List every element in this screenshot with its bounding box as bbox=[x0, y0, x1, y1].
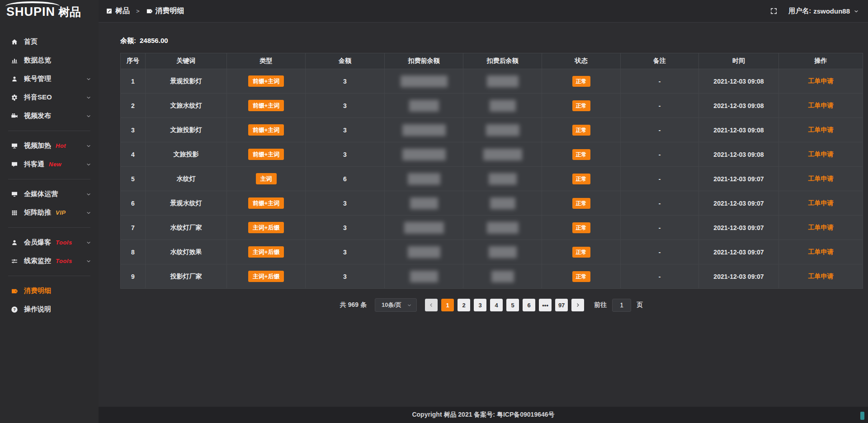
cell-amount: 3 bbox=[306, 94, 385, 118]
masked-value bbox=[402, 124, 446, 136]
video-icon bbox=[11, 113, 18, 120]
sidebar-item-video-publish[interactable]: 视频发布 bbox=[0, 107, 99, 125]
page-button-4[interactable]: 4 bbox=[490, 299, 503, 311]
sidebar-item-label: 账号管理 bbox=[24, 75, 51, 83]
sidebar-item-media-operation[interactable]: 全媒体运营 bbox=[0, 185, 99, 203]
cell-status: 正常 bbox=[542, 142, 621, 167]
action-link[interactable]: 工单申请 bbox=[808, 199, 834, 207]
sidebar-item-label: 会员爆客 bbox=[24, 238, 51, 247]
sidebar-item-label: 数据总览 bbox=[24, 56, 51, 65]
cell-type: 主词+后缀 bbox=[227, 264, 306, 289]
cell-balance_before bbox=[385, 191, 463, 216]
table-row: 3文旅投影灯前缀+主词3正常-2021-12-03 09:08工单申请 bbox=[121, 118, 863, 142]
cell-type: 前缀+主词 bbox=[227, 94, 306, 118]
chevron-down-icon bbox=[86, 192, 91, 197]
type-badge: 前缀+主词 bbox=[248, 197, 284, 209]
type-badge: 主词+后缀 bbox=[248, 246, 284, 258]
page-button-97[interactable]: 97 bbox=[555, 299, 568, 311]
breadcrumb-item-current[interactable]: 消费明细 bbox=[146, 6, 184, 16]
sidebar-item-home[interactable]: 首页 bbox=[0, 33, 99, 51]
masked-value bbox=[489, 173, 517, 185]
cell-note: - bbox=[621, 118, 699, 142]
column-header-action: 操作 bbox=[779, 53, 863, 69]
cell-type: 前缀+主词 bbox=[227, 118, 306, 142]
cell-action: 工单申请 bbox=[779, 142, 863, 167]
table-row: 4文旅投影前缀+主词3正常-2021-12-03 09:08工单申请 bbox=[121, 142, 863, 167]
action-link[interactable]: 工单申请 bbox=[808, 77, 834, 85]
type-badge: 主词 bbox=[256, 173, 277, 184]
cell-keyword: 文旅投影灯 bbox=[146, 118, 227, 142]
masked-value bbox=[409, 100, 439, 112]
status-badge: 正常 bbox=[572, 247, 590, 258]
column-header-note: 备注 bbox=[621, 53, 699, 69]
sidebar-item-account-manage[interactable]: 账号管理 bbox=[0, 70, 99, 88]
page-ellipsis-button[interactable]: ••• bbox=[539, 299, 552, 311]
cell-action: 工单申请 bbox=[779, 69, 863, 94]
sidebar-item-data-overview[interactable]: 数据总览 bbox=[0, 51, 99, 70]
sidebar-item-member-burst[interactable]: 会员爆客Tools bbox=[0, 233, 99, 252]
cell-action: 工单申请 bbox=[779, 264, 863, 289]
topbar: 树品 > 消费明细 用户名: zswodun88 bbox=[99, 0, 868, 23]
chevron-down-icon bbox=[86, 240, 91, 245]
cell-amount: 3 bbox=[306, 142, 385, 167]
cell-amount: 3 bbox=[306, 118, 385, 142]
page-button-6[interactable]: 6 bbox=[523, 299, 535, 311]
masked-value bbox=[486, 124, 519, 136]
type-badge: 主词+后缀 bbox=[248, 222, 284, 233]
user-icon bbox=[11, 239, 18, 246]
cell-balance_before bbox=[385, 216, 463, 240]
breadcrumb: 树品 > 消费明细 bbox=[106, 6, 184, 16]
goto-page-input[interactable] bbox=[612, 299, 631, 312]
sidebar-item-label: 全媒体运营 bbox=[24, 190, 58, 198]
page-button-2[interactable]: 2 bbox=[458, 299, 470, 311]
action-link[interactable]: 工单申请 bbox=[808, 248, 834, 255]
action-link[interactable]: 工单申请 bbox=[808, 126, 834, 133]
cell-note: - bbox=[621, 191, 699, 216]
footer: Copyright 树品 2021 备案号: 粤ICP备09019646号 bbox=[99, 407, 868, 423]
page-button-5[interactable]: 5 bbox=[506, 299, 519, 311]
cell-status: 正常 bbox=[542, 264, 621, 289]
sidebar-item-clue-monitor[interactable]: 线索监控Tools bbox=[0, 252, 99, 270]
copyright-text: Copyright 树品 2021 备案号: 粤ICP备09019646号 bbox=[412, 411, 554, 419]
masked-value bbox=[489, 246, 517, 258]
cell-balance_after bbox=[463, 142, 542, 167]
page-button-3[interactable]: 3 bbox=[474, 299, 486, 311]
breadcrumb-item-home[interactable]: 树品 bbox=[106, 6, 130, 16]
cell-note: - bbox=[621, 264, 699, 289]
sidebar-item-douyin-seo[interactable]: 抖音SEO bbox=[0, 88, 99, 107]
action-link[interactable]: 工单申请 bbox=[808, 102, 834, 109]
action-link[interactable]: 工单申请 bbox=[808, 175, 834, 182]
page-size-select[interactable]: 10条/页 bbox=[375, 298, 417, 312]
cell-keyword: 景观投影灯 bbox=[146, 69, 227, 94]
cell-type: 主词+后缀 bbox=[227, 216, 306, 240]
brand-logo[interactable]: SHUPIN 树品 bbox=[0, 0, 99, 24]
cell-time: 2021-12-03 09:07 bbox=[699, 216, 779, 240]
sidebar-item-consume-detail[interactable]: 消费明细 bbox=[0, 282, 99, 300]
sidebar-item-douketong[interactable]: 抖客通New bbox=[0, 155, 99, 174]
table-header-row: 序号关键词类型金额扣费前余额扣费后余额状态备注时间操作 bbox=[121, 53, 863, 69]
logo-text-cn: 树品 bbox=[58, 5, 81, 19]
cell-amount: 3 bbox=[306, 191, 385, 216]
action-link[interactable]: 工单申请 bbox=[808, 150, 834, 158]
cell-balance_before bbox=[385, 69, 463, 94]
masked-value bbox=[490, 100, 516, 112]
next-page-button[interactable] bbox=[571, 299, 584, 311]
sidebar-badge: Tools bbox=[56, 239, 72, 246]
sidebar-item-label: 抖音SEO bbox=[24, 93, 52, 102]
page-button-1[interactable]: 1 bbox=[441, 299, 454, 311]
action-link[interactable]: 工单申请 bbox=[808, 224, 834, 231]
fullscreen-icon[interactable] bbox=[770, 7, 778, 15]
masked-value bbox=[408, 246, 440, 258]
cell-index: 9 bbox=[121, 264, 146, 289]
cell-amount: 3 bbox=[306, 264, 385, 289]
prev-page-button[interactable] bbox=[425, 299, 438, 311]
consumption-table: 序号关键词类型金额扣费前余额扣费后余额状态备注时间操作 1景观投影灯前缀+主词3… bbox=[120, 53, 863, 289]
action-link[interactable]: 工单申请 bbox=[808, 273, 834, 280]
wallet-icon bbox=[146, 8, 153, 14]
sidebar-item-operation-guide[interactable]: ?操作说明 bbox=[0, 300, 99, 319]
sidebar-item-matrix-boost[interactable]: 矩阵助推VIP bbox=[0, 203, 99, 222]
cell-action: 工单申请 bbox=[779, 240, 863, 264]
cell-balance_after bbox=[463, 69, 542, 94]
user-menu[interactable]: 用户名: zswodun88 bbox=[788, 7, 859, 15]
sidebar-item-video-heat[interactable]: 视频加热Hot bbox=[0, 136, 99, 155]
